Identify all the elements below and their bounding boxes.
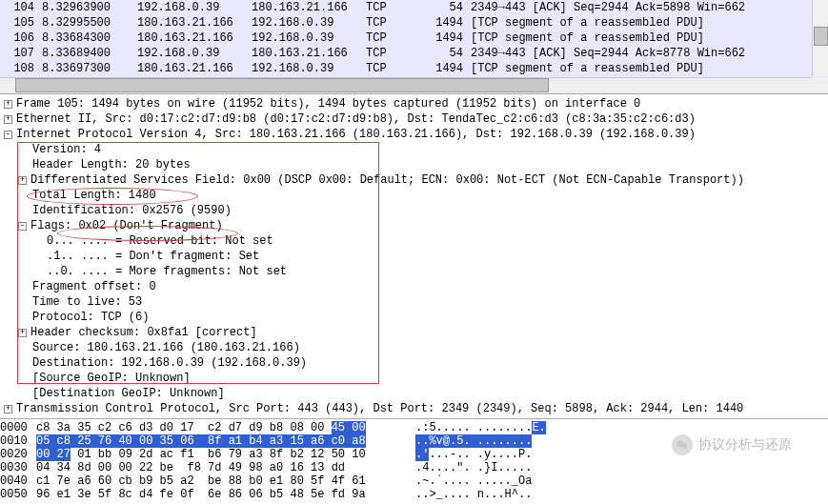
packet-row[interactable]: 1048.32963900192.168.0.39180.163.21.166T… <box>0 0 828 15</box>
ip-ident-label: Identification: 0x2576 (9590) <box>32 204 232 217</box>
tree-dest[interactable]: Destination: 192.168.0.39 (192.168.0.39) <box>0 355 828 371</box>
col-source: 192.168.0.39 <box>133 46 248 61</box>
ip-dsf-label: Differentiated Services Field: 0x00 (DSC… <box>30 173 744 187</box>
vertical-scrollbar[interactable] <box>812 0 828 76</box>
packet-row[interactable]: 1058.32995500180.163.21.166192.168.0.39T… <box>0 15 828 30</box>
expand-icon[interactable]: + <box>18 329 27 337</box>
ip-hlen-label: Header Length: 20 bytes <box>32 158 191 171</box>
hex-bytes-line[interactable]: 00 27 01 bb 09 2d ac f1 b6 79 a3 8f b2 1… <box>36 448 415 461</box>
packet-bytes-pane[interactable]: 000000100020003000400050 c8 3a 35 c2 c6 … <box>0 419 828 503</box>
hex-offsets-col: 000000100020003000400050 <box>0 421 36 501</box>
tree-flag-df[interactable]: .1.. .... = Don't fragment: Set <box>0 249 828 264</box>
col-time: 8.32995500 <box>38 15 133 30</box>
expand-icon[interactable]: + <box>4 115 12 124</box>
hex-ascii-col[interactable]: .:5..... ........E...%v@.5. .........'..… <box>415 421 828 501</box>
tree-flags[interactable]: -Flags: 0x02 (Don't Fragment) <box>0 218 828 233</box>
ip-cksum-label: Header checksum: 0x8fa1 [correct] <box>30 326 257 339</box>
col-time: 8.33697300 <box>38 61 133 76</box>
tree-ident[interactable]: Identification: 0x2576 (9590) <box>0 203 828 218</box>
col-time: 8.33689400 <box>38 46 133 61</box>
hex-bytes-line[interactable]: 04 34 8d 00 00 22 be f8 7d 49 98 a0 16 1… <box>36 461 415 474</box>
hex-bytes-col[interactable]: c8 3a 35 c2 c6 d3 d0 17 c2 d7 d9 b8 08 0… <box>36 421 415 501</box>
ip-srcgeo-label: [Source GeoIP: Unknown] <box>32 372 191 385</box>
hex-bytes-line[interactable]: 96 e1 3e 5f 8c d4 fe 0f 6e 86 06 b5 48 5… <box>36 488 415 501</box>
col-source: 180.163.21.166 <box>133 15 248 30</box>
ip-version-label: Version: 4 <box>32 143 101 156</box>
hex-offset: 0000 <box>0 421 36 434</box>
hex-ascii-line[interactable]: ..>_.... n...H^.. <box>415 488 828 501</box>
tree-ip[interactable]: -Internet Protocol Version 4, Src: 180.1… <box>0 127 828 142</box>
ip-tlen-label: Total Length: 1480 <box>32 189 156 202</box>
col-source: 192.168.0.39 <box>133 0 248 15</box>
col-no: 105 <box>0 15 38 30</box>
tree-tcp[interactable]: +Transmission Control Protocol, Src Port… <box>0 401 828 416</box>
hex-bytes-line[interactable]: 05 c8 25 76 40 00 35 06 8f a1 b4 a3 15 a… <box>36 434 415 448</box>
tree-tlen[interactable]: Total Length: 1480 <box>0 188 828 203</box>
hex-offset: 0010 <box>0 434 36 448</box>
hex-ascii-line[interactable]: .:5..... ........E. <box>415 421 828 434</box>
tree-flag-mf[interactable]: ..0. .... = More fragments: Not set <box>0 264 828 279</box>
collapse-icon[interactable]: - <box>18 222 27 231</box>
collapse-icon[interactable]: - <box>4 131 12 139</box>
col-info: [TCP segment of a reassembled PDU] <box>467 15 828 30</box>
tree-ethernet[interactable]: +Ethernet II, Src: d0:17:c2:d7:d9:b8 (d0… <box>0 111 828 127</box>
hex-offset: 0050 <box>0 488 36 501</box>
col-destination: 180.163.21.166 <box>248 0 362 15</box>
col-no: 106 <box>0 30 38 46</box>
expand-icon[interactable]: + <box>4 100 12 109</box>
scroll-thumb[interactable] <box>15 78 549 92</box>
tree-protocol[interactable]: Protocol: TCP (6) <box>0 310 828 325</box>
tree-fragoff[interactable]: Fragment offset: 0 <box>0 279 828 294</box>
ip-flags-label: Flags: 0x02 (Don't Fragment) <box>30 219 223 232</box>
hex-bytes-line[interactable]: c1 7e a6 60 cb b9 b5 a2 be 88 b0 e1 80 5… <box>36 474 415 488</box>
svg-point-1 <box>681 443 687 449</box>
col-info: [TCP segment of a reassembled PDU] <box>467 30 828 46</box>
col-source: 180.163.21.166 <box>133 61 248 76</box>
col-destination: 192.168.0.39 <box>248 15 362 30</box>
col-protocol: TCP <box>362 15 419 30</box>
col-source: 180.163.21.166 <box>133 30 248 46</box>
col-length: 1494 <box>419 30 467 46</box>
col-length: 54 <box>419 46 467 61</box>
packet-row[interactable]: 1088.33697300180.163.21.166192.168.0.39T… <box>0 61 828 76</box>
tree-frame[interactable]: +Frame 105: 1494 bytes on wire (11952 bi… <box>0 96 828 111</box>
tree-version[interactable]: Version: 4 <box>0 142 828 157</box>
col-length: 1494 <box>419 15 467 30</box>
tree-dstgeo[interactable]: [Destination GeoIP: Unknown] <box>0 386 828 401</box>
flag-mf-label: ..0. .... = More fragments: Not set <box>47 265 287 278</box>
packet-row[interactable]: 1068.33684300180.163.21.166192.168.0.39T… <box>0 30 828 46</box>
packet-row[interactable]: 1078.33689400192.168.0.39180.163.21.166T… <box>0 46 828 61</box>
col-protocol: TCP <box>362 61 419 76</box>
tree-hlen[interactable]: Header Length: 20 bytes <box>0 157 828 172</box>
col-no: 107 <box>0 46 38 61</box>
packet-details-pane[interactable]: +Frame 105: 1494 bytes on wire (11952 bi… <box>0 94 828 419</box>
tree-srcgeo[interactable]: [Source GeoIP: Unknown] <box>0 371 828 386</box>
col-protocol: TCP <box>362 0 419 15</box>
hex-offset: 0020 <box>0 448 36 461</box>
col-destination: 192.168.0.39 <box>248 61 362 76</box>
tree-source[interactable]: Source: 180.163.21.166 (180.163.21.166) <box>0 340 828 355</box>
ip-proto-label: Protocol: TCP (6) <box>32 311 149 324</box>
tree-cksum[interactable]: +Header checksum: 0x8fa1 [correct] <box>0 325 828 340</box>
col-length: 54 <box>419 0 467 15</box>
col-info: [TCP segment of a reassembled PDU] <box>467 61 828 76</box>
hex-ascii-line[interactable]: .~.`.... ....._Oa <box>415 474 828 488</box>
col-time: 8.32963900 <box>38 0 133 15</box>
watermark: 协议分析与还原 <box>672 434 792 455</box>
ip-dstgeo-label: [Destination GeoIP: Unknown] <box>32 387 225 400</box>
scroll-thumb[interactable] <box>814 27 828 46</box>
packet-list-pane[interactable]: 1048.32963900192.168.0.39180.163.21.166T… <box>0 0 828 94</box>
ip-source-label: Source: 180.163.21.166 (180.163.21.166) <box>32 341 300 354</box>
tree-flag-r[interactable]: 0... .... = Reserved bit: Not set <box>0 233 828 249</box>
col-destination: 192.168.0.39 <box>248 30 362 46</box>
tree-dsf[interactable]: +Differentiated Services Field: 0x00 (DS… <box>0 172 828 188</box>
hex-bytes-line[interactable]: c8 3a 35 c2 c6 d3 d0 17 c2 d7 d9 b8 08 0… <box>36 421 415 434</box>
tree-ttl[interactable]: Time to live: 53 <box>0 294 828 310</box>
expand-icon[interactable]: + <box>4 405 12 413</box>
hex-ascii-line[interactable]: .4....". .}I..... <box>415 461 828 474</box>
col-no: 104 <box>0 0 38 15</box>
expand-icon[interactable]: + <box>18 176 27 185</box>
ip-fragoff-label: Fragment offset: 0 <box>32 280 156 293</box>
ip-label: Internet Protocol Version 4, Src: 180.16… <box>16 128 696 141</box>
horizontal-scrollbar[interactable] <box>0 77 812 93</box>
